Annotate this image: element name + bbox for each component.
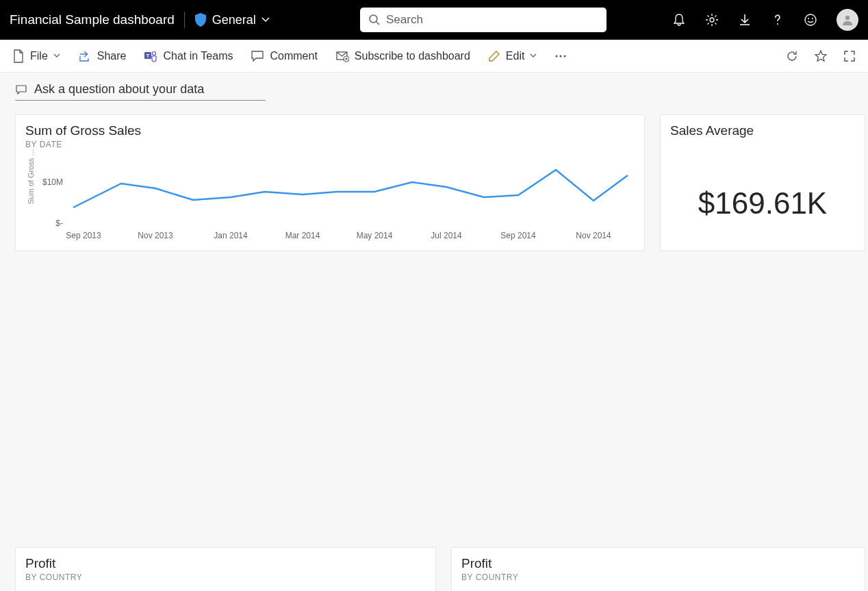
subscribe-icon [335,50,349,62]
svg-text:Nov 2013: Nov 2013 [138,231,173,240]
svg-point-15 [564,55,566,57]
dashboard-title: Financial Sample dashboard [10,12,175,27]
favorite-icon[interactable] [815,50,827,62]
sensitivity-label: General [212,13,256,27]
qna-input[interactable]: Ask a question about your data [15,82,266,101]
svg-point-3 [777,23,778,25]
tile-gross-sales-line[interactable]: Sum of Gross Sales BY DATE Sum of Gross … [15,114,645,251]
svg-point-2 [710,18,714,22]
svg-point-5 [808,18,809,19]
chevron-down-icon [53,53,60,58]
person-icon [841,14,854,26]
tile-title: Sales Average [670,123,855,138]
svg-text:Mar 2014: Mar 2014 [285,231,320,240]
svg-point-14 [560,55,562,57]
dashboard-grid-row1: Sum of Gross Sales BY DATE Sum of Gross … [0,108,868,562]
fullscreen-icon[interactable] [843,50,856,62]
tile-subtitle: BY COUNTRY [461,573,855,582]
file-label: File [30,50,48,62]
chevron-down-icon [530,53,537,58]
tile-profit-bar[interactable]: Profit BY COUNTRY Country France Germany… [15,547,436,591]
svg-text:$10M: $10M [42,177,63,187]
bell-icon[interactable] [672,13,686,27]
svg-text:Sep 2013: Sep 2013 [66,231,101,240]
comment-button[interactable]: Comment [251,50,317,62]
tile-title: Profit [25,556,426,571]
svg-text:Jan 2014: Jan 2014 [214,231,248,240]
chat-teams-button[interactable]: T Chat in Teams [144,50,233,62]
file-menu[interactable]: File [12,49,60,63]
line-series [73,170,628,208]
header-actions [672,9,858,31]
svg-point-4 [805,14,816,25]
tile-profit-map[interactable]: Profit BY COUNTRY NORTH AMERICA EUROPE A… [451,547,865,591]
comment-icon [15,84,27,95]
subscribe-label: Subscribe to dashboard [355,50,470,62]
tile-title: Sum of Gross Sales [25,123,635,138]
more-menu[interactable] [554,54,567,58]
smile-icon[interactable] [804,13,817,27]
refresh-icon[interactable] [786,50,798,62]
y-axis-label: Sum of Gross … [27,149,35,204]
svg-text:Sep 2014: Sep 2014 [500,231,536,240]
tile-subtitle: BY DATE [25,140,635,149]
header-separator [184,12,185,28]
sensitivity-dropdown[interactable]: General [194,13,270,27]
bar-chart-svg: Country France Germany Canada United Sta… [25,582,429,591]
toolbar: File Share T Chat in Teams Comment Subsc… [0,40,868,73]
help-icon[interactable] [771,13,784,27]
app-header: Financial Sample dashboard General Searc… [0,0,868,40]
ellipsis-icon [554,54,567,58]
qna-row: Ask a question about your data [0,73,868,108]
svg-line-1 [376,22,379,25]
subscribe-button[interactable]: Subscribe to dashboard [335,50,470,62]
pencil-icon [488,50,500,62]
svg-point-0 [370,15,377,23]
svg-text:Jul 2014: Jul 2014 [431,231,462,240]
tile-sales-average-kpi[interactable]: Sales Average $169.61K [660,114,865,251]
qna-prompt: Ask a question about your data [34,82,204,97]
svg-point-7 [845,16,850,20]
svg-point-10 [153,51,156,55]
share-label: Share [97,50,127,62]
svg-text:May 2014: May 2014 [357,231,393,240]
download-icon[interactable] [738,13,752,27]
search-placeholder: Search [386,13,423,27]
tile-subtitle: BY COUNTRY [25,573,426,582]
comment-icon [251,50,264,62]
line-chart-svg: Sum of Gross … $10M $- Sep 2013 Nov 2013… [25,149,641,252]
chat-label: Chat in Teams [163,50,233,62]
chevron-down-icon [261,17,270,23]
teams-icon: T [144,50,157,62]
edit-menu[interactable]: Edit [488,50,537,62]
share-icon [78,50,92,62]
tile-title: Profit [461,556,855,571]
svg-text:T: T [146,53,150,59]
svg-point-13 [556,55,558,57]
search-icon [368,14,381,26]
edit-label: Edit [506,50,525,62]
kpi-value: $169.61K [670,186,855,221]
share-button[interactable]: Share [78,50,127,62]
avatar[interactable] [837,9,858,31]
svg-text:$-: $- [55,218,63,228]
shield-icon [194,13,207,27]
svg-point-6 [812,18,813,19]
comment-label: Comment [270,50,317,62]
svg-text:Nov 2014: Nov 2014 [576,231,611,240]
file-icon [12,49,25,63]
search-input[interactable]: Search [360,8,607,32]
toolbar-right [786,50,856,62]
gear-icon[interactable] [705,13,719,27]
dashboard-grid-row2: Profit BY COUNTRY Country France Germany… [0,547,868,591]
